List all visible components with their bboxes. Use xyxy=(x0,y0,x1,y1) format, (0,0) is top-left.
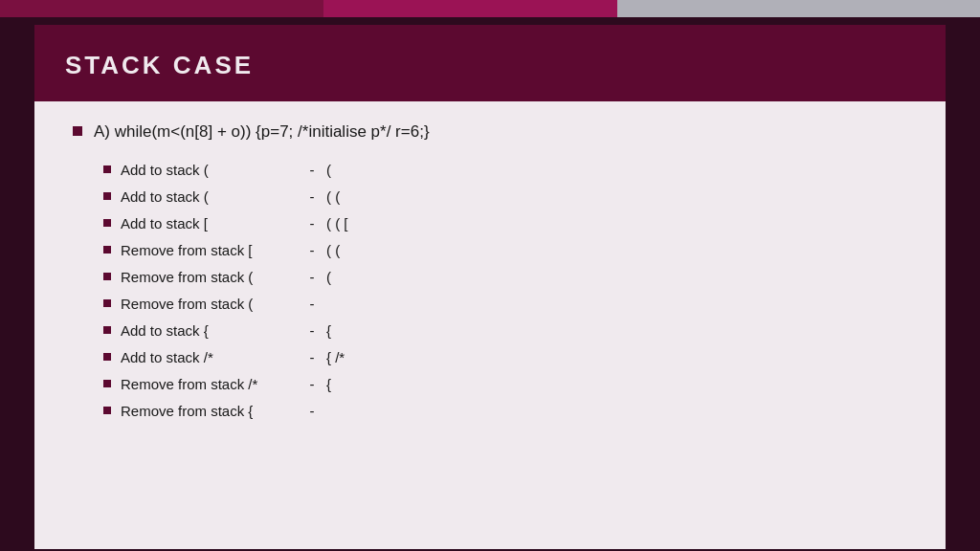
sub-list: Add to stack (-(Add to stack (-( (Add to… xyxy=(103,157,907,423)
sub-label: Add to stack /*-{ /* xyxy=(121,349,345,365)
sub-bullet xyxy=(103,380,111,387)
list-item: Remove from stack {- xyxy=(103,398,907,423)
title-bar: STACK CASE xyxy=(34,25,946,101)
action-col: Add to stack { xyxy=(121,322,298,339)
result-col: { /* xyxy=(326,349,345,365)
dash-col: - xyxy=(298,349,326,365)
list-item: Add to stack {-{ xyxy=(103,318,907,342)
list-item: Remove from stack [-( ( xyxy=(103,237,907,262)
action-col: Add to stack [ xyxy=(121,215,298,231)
sub-label: Remove from stack (- xyxy=(121,296,326,312)
dash-col: - xyxy=(298,322,326,339)
dash-col: - xyxy=(298,188,326,205)
dash-col: - xyxy=(298,215,326,231)
sub-label: Remove from stack {- xyxy=(121,403,326,419)
top-bar xyxy=(0,0,980,17)
action-col: Add to stack /* xyxy=(121,349,298,365)
list-item: Add to stack (-( ( xyxy=(103,184,907,209)
result-col: ( ( xyxy=(326,242,340,258)
content-area: A) while(m<(n[8] + o)) {p=7; /*initialis… xyxy=(34,101,946,444)
action-col: Add to stack ( xyxy=(121,162,298,178)
list-item: Remove from stack (- xyxy=(103,291,907,316)
result-col: ( ( [ xyxy=(326,215,348,231)
dash-col: - xyxy=(298,296,326,312)
sub-label: Remove from stack /*-{ xyxy=(121,376,331,392)
result-col: { xyxy=(326,376,331,392)
sub-label: Add to stack (-( ( xyxy=(121,188,340,205)
action-col: Remove from stack ( xyxy=(121,269,298,285)
sub-bullet xyxy=(103,219,111,227)
sub-bullet xyxy=(103,299,111,307)
list-item: Remove from stack /*-{ xyxy=(103,371,907,396)
sub-label: Add to stack [-( ( [ xyxy=(121,215,348,231)
action-col: Remove from stack { xyxy=(121,403,298,419)
main-label: A) while(m<(n[8] + o)) {p=7; /*initialis… xyxy=(94,122,430,142)
dash-col: - xyxy=(298,162,326,178)
list-item: Remove from stack (-( xyxy=(103,264,907,289)
dash-col: - xyxy=(298,376,326,392)
sub-bullet xyxy=(103,192,111,200)
dash-col: - xyxy=(298,269,326,285)
slide-title: STACK CASE xyxy=(65,51,254,80)
sub-label: Add to stack {-{ xyxy=(121,322,331,339)
sub-bullet xyxy=(103,246,111,253)
list-item: Add to stack /*-{ /* xyxy=(103,344,907,369)
dash-col: - xyxy=(298,242,326,258)
sub-bullet xyxy=(103,407,111,414)
sub-bullet xyxy=(103,326,111,334)
action-col: Remove from stack [ xyxy=(121,242,298,258)
list-item: Add to stack [-( ( [ xyxy=(103,210,907,235)
sub-bullet xyxy=(103,165,111,173)
sub-label: Add to stack (-( xyxy=(121,162,331,178)
main-item: A) while(m<(n[8] + o)) {p=7; /*initialis… xyxy=(73,122,907,142)
main-bullet xyxy=(73,126,82,136)
sub-bullet xyxy=(103,353,111,361)
top-bar-segment1 xyxy=(0,0,323,17)
result-col: ( ( xyxy=(326,188,340,205)
slide-container: STACK CASE A) while(m<(n[8] + o)) {p=7; … xyxy=(34,25,946,549)
sub-label: Remove from stack [-( ( xyxy=(121,242,340,258)
action-col: Add to stack ( xyxy=(121,188,298,205)
result-col: ( xyxy=(326,269,331,285)
result-col: { xyxy=(326,322,331,339)
top-bar-segment3 xyxy=(617,0,980,17)
result-col: ( xyxy=(326,162,331,178)
sub-label: Remove from stack (-( xyxy=(121,269,331,285)
top-bar-segment2 xyxy=(323,0,617,17)
dash-col: - xyxy=(298,403,326,419)
sub-bullet xyxy=(103,273,111,280)
action-col: Remove from stack ( xyxy=(121,296,298,312)
action-col: Remove from stack /* xyxy=(121,376,298,392)
list-item: Add to stack (-( xyxy=(103,157,907,182)
